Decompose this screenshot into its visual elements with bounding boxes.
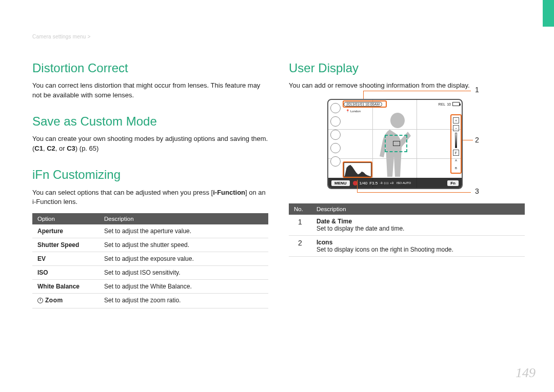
- cell-desc: Set to adjust the White Balance.: [99, 280, 268, 294]
- clock-icon: [37, 298, 43, 303]
- camera-screen: 2013/01/01 10:00AM 📍London REL 10 + − F …: [327, 99, 463, 189]
- table-row: White BalanceSet to adjust the White Bal…: [32, 280, 268, 294]
- mode-icon: [330, 103, 341, 113]
- desc-text: Set to display icons on the right in Sho…: [316, 246, 453, 253]
- izoom-icon: Zoom: [37, 297, 63, 304]
- callout-box-2: [450, 114, 462, 174]
- text-ifunction: i-Function: [213, 189, 245, 196]
- leader-line: [357, 192, 471, 193]
- cell-option: White Balance: [32, 280, 99, 294]
- cell-option-izoom: Zoom: [32, 294, 99, 308]
- text-c2: C2: [47, 145, 55, 152]
- fstop-readout: F3.5: [369, 181, 378, 185]
- page-tab-marker: [543, 0, 554, 27]
- heading-ifn-customizing: iFn Customizing: [32, 168, 268, 181]
- shutter-readout: 1/40: [360, 181, 368, 185]
- cell-desc: Set to adjust the exposure value.: [99, 252, 268, 266]
- iso-readout: ISO AUTO: [397, 181, 411, 184]
- left-column: Distortion Correct You can correct lens …: [32, 61, 268, 308]
- page-number: 149: [516, 365, 536, 381]
- map-pin-icon: 📍: [346, 109, 349, 113]
- rel-text: REL: [439, 102, 446, 106]
- fn-button-label: Fn: [447, 180, 459, 186]
- th-option: Option: [32, 213, 99, 224]
- af-point-icon: [393, 141, 400, 146]
- heading-user-display: User Display: [289, 61, 525, 75]
- callout-box-1: [343, 100, 387, 108]
- cell-desc: Set to adjust the shutter speed.: [99, 238, 268, 252]
- table-row: ApertureSet to adjust the aperture value…: [32, 224, 268, 238]
- leader-line: [463, 140, 473, 140]
- body-user-display: You can add or remove shooting informati…: [289, 81, 525, 91]
- leader-line: [363, 91, 471, 91]
- table-row: 2 IconsSet to display icons on the right…: [289, 236, 525, 257]
- th-no: No.: [289, 203, 311, 215]
- body-save-custom-mode: You can create your own shooting modes b…: [32, 134, 268, 154]
- mode-icon: [330, 130, 341, 140]
- body-distortion-correct: You can correct lens distortion that mig…: [32, 81, 268, 100]
- mode-icon: [330, 143, 341, 153]
- shots-remaining: 10: [447, 102, 451, 106]
- callout-box-3: [343, 161, 372, 178]
- heading-distortion-correct: Distortion Correct: [32, 61, 268, 75]
- breadcrumb: Camera settings menu >: [32, 34, 91, 39]
- izoom-text: Zoom: [45, 297, 63, 304]
- cell-option: Aperture: [32, 224, 99, 238]
- callout-number-3: 3: [475, 187, 479, 195]
- leader-line: [357, 180, 358, 192]
- cell-desc: Date & TimeSet to display the date and t…: [311, 215, 525, 236]
- ifn-options-table: Option Description ApertureSet to adjust…: [32, 213, 268, 308]
- desc-text: Set to display the date and time.: [316, 225, 404, 232]
- text: , or: [55, 145, 67, 152]
- cell-no: 1: [289, 215, 311, 236]
- table-row: ISOSet to adjust ISO sensitivity.: [32, 266, 268, 280]
- cell-desc: Set to adjust ISO sensitivity.: [99, 266, 268, 280]
- cell-desc: IconsSet to display icons on the right i…: [311, 236, 525, 257]
- text: You can select options that can be adjus…: [32, 189, 213, 196]
- table-row: 1 Date & TimeSet to display the date and…: [289, 215, 525, 236]
- cell-option: ISO: [32, 266, 99, 280]
- heading-save-custom-mode: Save as Custom Mode: [32, 115, 268, 128]
- desc-title: Icons: [316, 239, 332, 246]
- body-ifn-customizing: You can select options that can be adjus…: [32, 188, 268, 208]
- desc-title: Date & Time: [316, 218, 352, 225]
- battery-icon: [452, 102, 460, 106]
- th-description: Description: [99, 213, 268, 224]
- location-indicator: 📍London: [346, 109, 361, 113]
- cell-option: EV: [32, 252, 99, 266]
- text: ) (p. 65): [75, 145, 99, 152]
- cell-desc: Set to adjust the zoom ratio.: [99, 294, 268, 308]
- mode-icon: [330, 116, 341, 127]
- cell-desc: Set to adjust the aperture value.: [99, 224, 268, 238]
- bottom-info-bar: MENU 1/40 F3.5 -3 ·|·|·|· +3 ISO AUTO Fn: [328, 178, 462, 188]
- camera-screen-diagram: 2013/01/01 10:00AM 📍London REL 10 + − F …: [327, 99, 486, 189]
- right-column: User Display You can add or remove shoot…: [289, 61, 525, 308]
- table-row: Shutter SpeedSet to adjust the shutter s…: [32, 238, 268, 252]
- text-c1: C1: [34, 145, 43, 152]
- ev-scale: -3 ·|·|·|· +3: [380, 181, 393, 184]
- location-text: London: [350, 110, 361, 113]
- callout-number-1: 1: [475, 86, 479, 94]
- table-row: EVSet to adjust the exposure value.: [32, 252, 268, 266]
- callout-number-2: 2: [475, 136, 479, 144]
- menu-button-label: MENU: [331, 180, 350, 186]
- th-description: Description: [311, 203, 525, 215]
- cell-option: Shutter Speed: [32, 238, 99, 252]
- top-right-status: REL 10: [439, 102, 460, 106]
- leader-line: [363, 91, 364, 99]
- cell-no: 2: [289, 236, 311, 257]
- table-row: Zoom Set to adjust the zoom ratio.: [32, 294, 268, 308]
- text-c3: C3: [67, 145, 75, 152]
- mode-icon: [330, 156, 341, 167]
- user-display-table: No. Description 1 Date & TimeSet to disp…: [289, 203, 525, 257]
